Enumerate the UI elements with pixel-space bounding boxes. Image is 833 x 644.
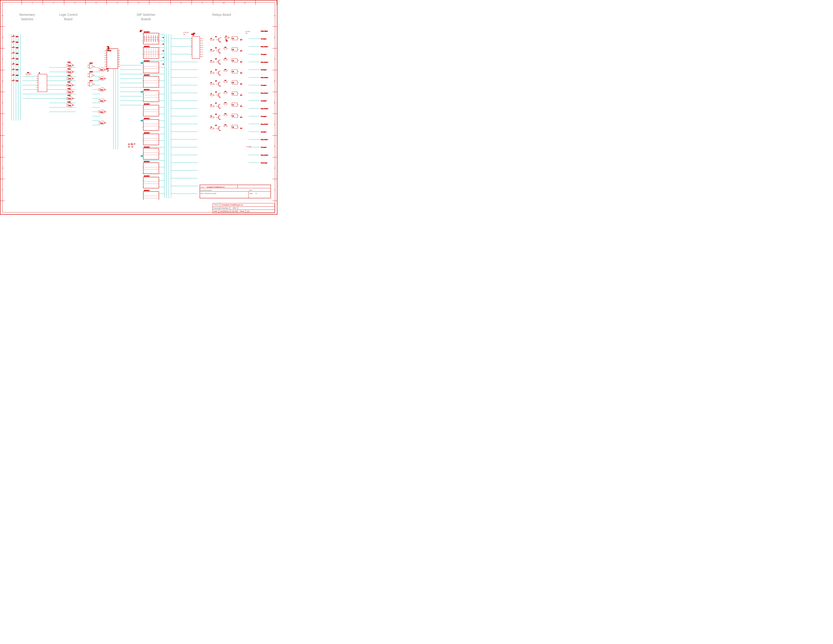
svg-rect-315 [143,91,159,102]
ruler-col-9: 9 [192,0,213,5]
svg-point-202 [72,92,73,92]
svg-text:SW4: SW4 [16,53,18,54]
ruler-col-4: 4 [85,0,107,5]
ruler-col-5: 5 [107,0,128,5]
doc-number-label: Document Number: [213,207,230,210]
svg-text:SC4A: SC4A [68,75,71,76]
svg-marker-364 [226,40,227,42]
svg-point-253 [105,100,105,101]
svg-text:22:22:2601: 22:22:2601 [183,32,189,33]
row-label-right-e: E [272,92,277,114]
svg-text:K7: K7 [233,104,234,106]
svg-rect-487 [211,61,214,63]
svg-text:Q1: Q1 [215,36,217,37]
svg-text:Q9: Q9 [215,125,217,126]
svg-point-166 [13,80,13,81]
svg-rect-524 [27,73,30,75]
svg-text:SC1F: SC1F [68,81,71,83]
date-value: 1/22/2019 12:23 PM [219,210,239,213]
svg-point-118 [13,36,13,37]
svg-text:2413B: 2413B [90,71,93,72]
svg-point-235 [105,69,105,70]
svg-text:R4: R4 [211,71,212,72]
svg-line-440 [219,126,220,127]
svg-text:J1: J1 [39,72,40,74]
svg-rect-331 [143,148,159,159]
svg-text:2M14BEDO: 2M14BEDO [144,190,150,191]
svg-text:Sheet:: Sheet: [249,193,253,194]
svg-rect-323 [143,120,159,131]
svg-text:2M14BEDO: 2M14BEDO [144,118,150,119]
svg-text:2M14BEDO: 2M14BEDO [144,31,150,33]
svg-rect-495 [211,84,214,85]
svg-text:2M14BEDO: 2M14BEDO [144,175,150,177]
svg-marker-685 [140,155,143,157]
svg-text:R6: R6 [211,93,212,94]
svg-text:7641N: 7641N [101,123,103,124]
ruler-col-8: 8 [171,0,192,5]
svg-marker-598 [240,95,242,96]
svg-rect-625 [224,59,227,61]
svg-text:R7: R7 [211,104,212,105]
row-label-d: D [0,70,5,92]
svg-text:R1: R1 [225,35,227,37]
svg-text:From Pedal 3: From Pedal 3 [261,77,268,78]
row-label-right-c: C [272,48,277,70]
row-label-g: G [0,136,5,157]
svg-marker-684 [140,120,143,122]
row-label-right-i: I [272,179,277,201]
svg-text:SC3R: SC3R [68,101,71,103]
svg-marker-592 [240,84,242,85]
svg-rect-629 [224,70,227,71]
title-block: TITLE: Complete Pedalboard v2 Document N… [212,203,275,213]
svg-text:R8: R8 [211,116,212,116]
svg-text:SC1C: SC1C [68,68,71,69]
svg-point-195 [72,85,73,85]
svg-text:2M14BEDO: 2M14BEDO [144,60,150,61]
row-label-f: F [0,114,5,136]
svg-text:From Pedal 2: From Pedal 2 [261,61,268,63]
svg-text:7641N: 7641N [101,100,103,101]
svg-point-188 [72,78,73,79]
row-label-i: I [0,179,5,201]
row-label-right-b: B [272,27,277,48]
svg-text:2M14BEDO: 2M14BEDO [144,46,150,47]
svg-text:From Pedal 1: From Pedal 1 [261,46,268,47]
svg-marker-610 [240,117,242,118]
svg-rect-507 [211,117,214,118]
row-label-h: H [0,157,5,179]
sheet-value: 1/1 [246,210,251,213]
svg-text:7641N: 7641N [68,78,71,79]
ruler-col-2: 2 [43,0,64,5]
ruler-col-0 [0,0,22,5]
svg-rect-503 [211,106,214,107]
svg-rect-483 [211,50,214,51]
svg-rect-267 [107,49,118,69]
svg-text:To Pedal 4: To Pedal 4 [261,85,267,86]
svg-text:SW1: SW1 [16,36,18,37]
svg-text:2413A: 2413A [90,63,93,64]
svg-text:R5: R5 [211,82,212,83]
svg-text:2M14BEDO: 2M14BEDO [144,103,150,105]
svg-marker-574 [240,50,242,51]
svg-text:C1: C1 [131,143,132,145]
svg-rect-327 [143,134,159,145]
ruler-col-7: 7 [150,0,171,5]
svg-text:22:22:2601: 22:22:2601 [246,146,251,147]
svg-text:Document Number:: Document Number: [201,190,212,191]
svg-text:Q5: Q5 [215,80,217,82]
svg-text:410Ω: 410Ω [225,124,227,125]
svg-marker-529 [163,37,164,38]
svg-text:7641N: 7641N [68,72,71,73]
svg-rect-645 [224,114,227,116]
svg-rect-621 [224,48,227,49]
svg-text:Date:: Date: [201,193,204,194]
svg-rect-511 [211,128,214,129]
svg-text:C2: C2 [134,143,135,145]
svg-line-390 [219,71,220,72]
svg-text:2413C: 2413C [90,80,93,81]
svg-text:410Ω: 410Ω [225,102,227,103]
svg-line-380 [219,60,220,61]
svg-text:K5: K5 [233,82,234,84]
svg-text:410Ω: 410Ω [225,113,227,114]
